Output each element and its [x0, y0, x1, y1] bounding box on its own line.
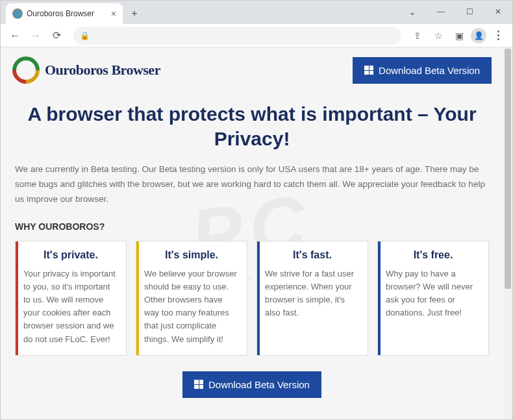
- close-icon[interactable]: ×: [111, 8, 116, 19]
- card-title: It's private.: [23, 249, 118, 261]
- site-header: Ouroboros Browser Download Beta Version: [12, 56, 492, 84]
- browser-window: 🌐 Ouroboros Browser × + ⌄ — ☐ ✕ ← → ⟳ 🔒 …: [0, 0, 513, 420]
- browser-tab[interactable]: 🌐 Ouroboros Browser ×: [6, 3, 123, 24]
- bookmark-icon[interactable]: ☆: [429, 27, 447, 45]
- card-title: It's fast.: [265, 249, 360, 261]
- card-body: Why pay to have a browser? We will never…: [386, 267, 481, 320]
- tab-title: Ouroboros Browser: [27, 9, 107, 18]
- window-controls: ⌄ — ☐ ✕: [398, 2, 512, 21]
- brand[interactable]: Ouroboros Browser: [12, 56, 160, 84]
- scroll-thumb[interactable]: [505, 49, 511, 289]
- why-heading: WHY OUROBOROS?: [15, 221, 489, 232]
- page-content: PC risk.com Ouroboros Browser Download B…: [1, 47, 503, 419]
- new-tab-button[interactable]: +: [125, 5, 144, 23]
- titlebar: 🌐 Ouroboros Browser × + ⌄ — ☐ ✕: [1, 1, 512, 24]
- address-bar[interactable]: 🔒: [73, 27, 401, 45]
- share-icon[interactable]: ⇪: [408, 27, 427, 45]
- card-body: We strive for a fast user experience. Wh…: [265, 267, 360, 320]
- card-title: It's free.: [386, 249, 481, 261]
- card-private: It's private. Your privacy is important …: [15, 241, 127, 356]
- windows-icon: [364, 66, 373, 75]
- menu-button[interactable]: [489, 27, 507, 45]
- browser-toolbar: ← → ⟳ 🔒 ⇪ ☆ ▣ 👤: [1, 24, 512, 47]
- brand-name: Ouroboros Browser: [45, 62, 160, 79]
- card-fast: It's fast. We strive for a fast user exp…: [256, 241, 368, 356]
- download-label: Download Beta Version: [379, 65, 480, 76]
- hero-title: A browser that protects what is importan…: [15, 102, 489, 151]
- feature-cards: It's private. Your privacy is important …: [15, 241, 489, 356]
- windows-icon: [194, 380, 203, 389]
- download-button-header[interactable]: Download Beta Version: [353, 57, 492, 84]
- hero: A browser that protects what is importan…: [15, 102, 489, 151]
- card-free: It's free. Why pay to have a browser? We…: [377, 241, 489, 356]
- kebab-icon: [497, 31, 499, 40]
- forward-button[interactable]: →: [27, 27, 45, 45]
- minimize-button[interactable]: —: [427, 2, 455, 21]
- reader-icon[interactable]: ▣: [450, 27, 468, 45]
- card-title: It's simple.: [144, 249, 239, 261]
- avatar[interactable]: 👤: [471, 28, 486, 43]
- card-body: Your privacy is important to you, so it'…: [23, 267, 118, 346]
- card-body: We believe your browser should be easy t…: [144, 267, 239, 346]
- download-button-cta[interactable]: Download Beta Version: [182, 371, 321, 398]
- hero-subtext: We are currently in Beta testing. Our Be…: [15, 162, 489, 207]
- download-label: Download Beta Version: [208, 379, 310, 390]
- viewport: PC risk.com Ouroboros Browser Download B…: [1, 47, 512, 419]
- chevron-down-icon[interactable]: ⌄: [398, 2, 427, 21]
- vertical-scrollbar[interactable]: [503, 47, 512, 419]
- cta-row: Download Beta Version: [12, 371, 492, 398]
- card-simple: It's simple. We believe your browser sho…: [136, 241, 247, 356]
- globe-icon: 🌐: [12, 8, 23, 19]
- back-button[interactable]: ←: [6, 27, 24, 45]
- window-close-button[interactable]: ✕: [484, 2, 512, 21]
- reload-button[interactable]: ⟳: [47, 27, 66, 45]
- ouroboros-logo-icon: [6, 51, 45, 89]
- lock-icon: 🔒: [80, 31, 90, 40]
- maximize-button[interactable]: ☐: [455, 2, 484, 21]
